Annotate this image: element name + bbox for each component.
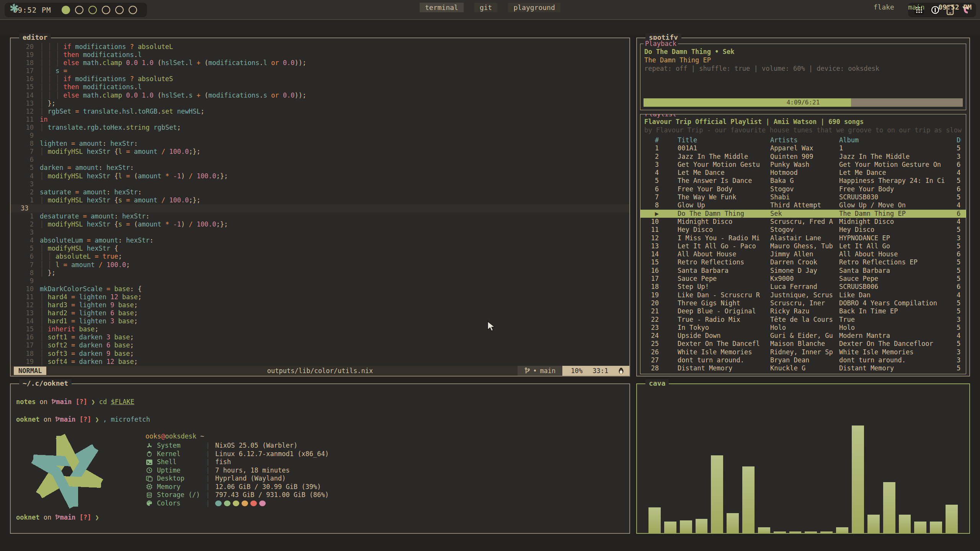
playback-settings: repeat: off | shuffle: true | volume: 60… bbox=[644, 65, 879, 72]
editor-line: 3 bbox=[11, 228, 629, 236]
workspace-dot-6[interactable] bbox=[129, 6, 137, 14]
nixos-snowflake-icon[interactable] bbox=[9, 3, 19, 13]
editor-line: 1│ modifyHSL hexStr {s = amount / 100.0;… bbox=[11, 196, 629, 204]
editor-code[interactable]: 20│ │ │ if modifications ? absoluteL19│ … bbox=[11, 43, 629, 366]
playlist-row[interactable]: 18Step Up!Luca FerrandSCRUUSB0066:26 bbox=[640, 283, 966, 291]
playlist-row[interactable]: 17Sauce PepeKx9000Sauce Pepe5:30 bbox=[640, 275, 966, 283]
editor-file-path: outputs/lib/color/utils.nix bbox=[267, 367, 373, 375]
tab-playground[interactable]: playground bbox=[508, 3, 560, 12]
playlist-row[interactable]: 10Midnight DiscoScruscru, Fred AMidnight… bbox=[640, 218, 966, 226]
editor-line: 6│ │ absoluteL = true; bbox=[11, 253, 629, 261]
prompt-line-1: notes on main [?] ❯ cd $FLAKE bbox=[16, 398, 134, 406]
statusline-branch-name: main bbox=[540, 367, 555, 375]
terminal-window[interactable]: ~/.c/ooknet notes on main [?] ❯ cd $FLAK… bbox=[10, 383, 630, 534]
editor-window-title: editor bbox=[19, 33, 51, 41]
workspace-dot-2[interactable] bbox=[75, 6, 83, 14]
playlist-row[interactable]: 2Jazz In The MiddleQuinten 909Jazz In Th… bbox=[640, 153, 966, 161]
desktop-icon bbox=[145, 476, 153, 482]
playlist-row[interactable]: 21Deep Blue - OriginalRicky RazuBack In … bbox=[640, 307, 966, 315]
editor-line: 17│ │ s = bbox=[11, 67, 629, 75]
playlist-row[interactable]: 25Dexter On The DanceflMaison BlancheDex… bbox=[640, 340, 966, 348]
workspace-dot-4[interactable] bbox=[102, 6, 110, 14]
tux-penguin-icon bbox=[618, 367, 624, 374]
cava-bar bbox=[696, 519, 708, 533]
flake-module: flake bbox=[874, 3, 894, 11]
playlist-row-playing[interactable]: ▶Do The Damn ThingSekThe Damn Thing EP6:… bbox=[640, 210, 966, 218]
playlist-row[interactable]: 5The Answer Is DanceBaka GHappiness Ther… bbox=[640, 177, 966, 185]
color-swatch bbox=[250, 500, 257, 506]
workspace-dot-5[interactable] bbox=[115, 6, 124, 14]
cava-bar bbox=[899, 515, 911, 533]
playlist-subtitle: by Flavour Trip - our favourite house tu… bbox=[644, 126, 966, 134]
playlist-row[interactable]: 4Let Me DanceHotmoodLet Me Dance4:30 bbox=[640, 169, 966, 177]
playlist-row[interactable]: 13Let It All Go - PacoMauro Ghess, TubLe… bbox=[640, 242, 966, 250]
playlist-row[interactable]: 19Like Dan - Scruscru RJustnique, ScrusL… bbox=[640, 291, 966, 299]
editor-line: 7│ modifyHSL hexStr {l = amount / 100.0;… bbox=[11, 148, 629, 156]
playlist-section-label: Playlist bbox=[644, 114, 678, 118]
editor-line: 3 bbox=[11, 180, 629, 188]
playlist-row[interactable]: 12I Miss You - Radio MiAlastair LaneHYPN… bbox=[640, 234, 966, 242]
playlist-row[interactable]: 3Get Your Motion GestuPunky WashGet Your… bbox=[640, 161, 966, 169]
git-branch-icon bbox=[55, 416, 60, 422]
bar-right-modules: flake main 09:52 PM bbox=[874, 3, 972, 11]
editor-line: 1desaturate = amount: hexStr: bbox=[11, 212, 629, 220]
playlist-row[interactable]: 20Three Gigs NightScruscru, InerDOBRO 4 … bbox=[640, 299, 966, 307]
fetch-row-colors: Colors| bbox=[145, 499, 329, 508]
clock-icon bbox=[145, 467, 153, 473]
clock-right: 09:52 PM bbox=[938, 3, 972, 11]
playlist-row[interactable]: 7The Way We FunkShabiSCRUUSB0305:52 bbox=[640, 193, 966, 201]
fetch-user-host: ooks@ooksdesk ~ bbox=[145, 432, 204, 440]
editor-line: 2│ modifyHSL hexStr {s = (amount * -1) /… bbox=[11, 220, 629, 228]
editor-mode-badge: NORMAL bbox=[14, 367, 46, 375]
cava-bar bbox=[742, 466, 755, 533]
editor-line: 14│ hard1 = lighten 3 base; bbox=[11, 317, 629, 325]
workspace-dot-1[interactable] bbox=[62, 6, 70, 14]
editor-window: editor 20│ │ │ if modifications ? absolu… bbox=[10, 37, 630, 377]
cursor-position: 33:1 bbox=[593, 367, 608, 375]
prompt-line-3[interactable]: ooknet on main [?] ❯ bbox=[16, 514, 99, 521]
cava-bar bbox=[867, 515, 880, 533]
editor-line: 14│ │ │ else math.clamp 0.0 1.0 (hslSet.… bbox=[11, 91, 629, 99]
fetch-row-storage: Storage (/)| 797.43 GiB / 931.00 GiB (86… bbox=[145, 491, 329, 499]
cava-bar bbox=[789, 531, 802, 533]
editor-line: 9 bbox=[11, 277, 629, 285]
editor-line: 18│ │ │ else math.clamp 0.0 1.0 (hslSet.… bbox=[11, 59, 629, 67]
editor-line: 7│ │ l = amount / 100.0; bbox=[11, 261, 629, 269]
statusline-position: 10% 33:1 bbox=[562, 366, 629, 376]
editor-line: 20│ │ │ if modifications ? absoluteL bbox=[11, 43, 629, 51]
cava-bar bbox=[711, 455, 723, 533]
cava-window: cava bbox=[636, 383, 970, 534]
fetch-row-uptime: Uptime| 7 hours, 18 minutes bbox=[145, 466, 329, 475]
workspace-dot-3[interactable] bbox=[88, 6, 97, 14]
playlist-row[interactable]: 16Santa BarbaraSimone D JaySanta Barbara… bbox=[640, 267, 966, 275]
playlist-row[interactable]: 8Glow UpThird AttemptGlow Up / Move On4:… bbox=[640, 201, 966, 209]
playlist-row[interactable]: 6Free Your BodyStogovFree Your Body6:10 bbox=[640, 185, 966, 193]
system-icon bbox=[145, 443, 153, 449]
editor-line: 10│ translate.rgb.toHex.string rgbSet; bbox=[11, 124, 629, 132]
playlist-row[interactable]: 1001A1Apparel Wax15:32 bbox=[640, 144, 966, 152]
cava-bar bbox=[758, 527, 770, 533]
tab-terminal[interactable]: terminal bbox=[420, 3, 464, 12]
playlist-row[interactable]: 28Distant MemoryKnuckle GDistant Memory5… bbox=[640, 364, 966, 372]
memory-chip-icon bbox=[145, 484, 153, 490]
editor-line: 8lighten = amount: hexStr: bbox=[11, 140, 629, 148]
playlist-row[interactable]: 24Upside DownGuri & Eider, GuModern Mant… bbox=[640, 332, 966, 340]
playlist-row[interactable]: 14All About HouseJimmy AllenAll About Ho… bbox=[640, 250, 966, 258]
cava-bar bbox=[680, 520, 692, 533]
editor-line: 4│ modifyHSL hexStr {l = (amount * -1) /… bbox=[11, 172, 629, 180]
editor-line: 2saturate = amount: hexStr: bbox=[11, 188, 629, 196]
playlist-row[interactable]: 11Hey DiscoStogovHey Disco5:36 bbox=[640, 226, 966, 234]
editor-line: 6 bbox=[11, 156, 629, 164]
playlist-row[interactable]: 27dont turn around.Bryan Deandont turn a… bbox=[640, 356, 966, 364]
playback-section: Playback Do The Damn Thing • Sek The Dam… bbox=[640, 44, 966, 110]
git-branch-icon bbox=[51, 399, 56, 405]
progress-bar[interactable]: 4:09/6:21 bbox=[644, 98, 963, 107]
editor-line: 12│ rgbSet = translate.hsl.toRGB.set new… bbox=[11, 108, 629, 116]
playlist-row[interactable]: 23In TokyoHoloHolo5:25 bbox=[640, 324, 966, 332]
tab-git[interactable]: git bbox=[474, 3, 498, 12]
cava-bar bbox=[883, 482, 895, 533]
editor-line: 15│ │ │ then modifications.l bbox=[11, 83, 629, 91]
playlist-row[interactable]: 15Retro ReflectionsDarren CrookRetro Ref… bbox=[640, 258, 966, 266]
playlist-row[interactable]: 26White Isle MemoriesRidney, Inner SpWhi… bbox=[640, 348, 966, 356]
playlist-row[interactable]: 22True - Radio MixTête de la CoursTrue3:… bbox=[640, 316, 966, 324]
